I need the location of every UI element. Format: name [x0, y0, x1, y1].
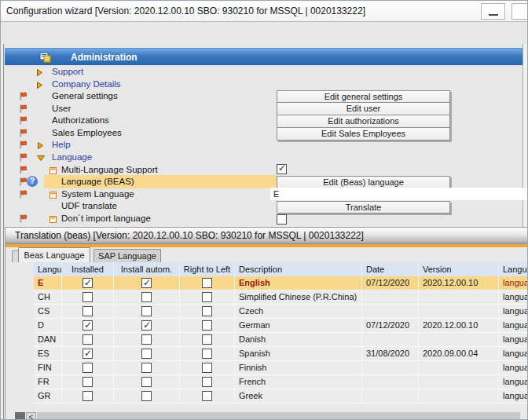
checkbox[interactable] [82, 292, 93, 302]
cell-right-to-left[interactable] [180, 347, 235, 360]
cell-installed[interactable]: ✓ [62, 319, 114, 332]
cell-install-autom[interactable] [114, 361, 180, 374]
cell-right-to-left[interactable] [180, 319, 235, 332]
column-header-version[interactable]: Version [419, 262, 499, 276]
edit-user-button[interactable]: Edit user [277, 103, 450, 115]
cell-install-autom[interactable]: ✓ [114, 276, 180, 290]
tree-item-label: Don´t import language [61, 214, 151, 223]
checkbox[interactable] [141, 306, 152, 316]
cell-installed[interactable] [62, 333, 114, 346]
table-row-fr[interactable]: FRFrenchlanguage [34, 375, 528, 389]
cell-installed[interactable]: ✓ [62, 347, 114, 360]
checkbox[interactable] [82, 334, 93, 345]
checkbox[interactable] [141, 349, 152, 359]
tab-beas-language[interactable]: Beas Language [18, 247, 90, 262]
cell-right-to-left[interactable] [180, 333, 235, 346]
chevron-right-icon[interactable] [37, 141, 44, 151]
translate-button[interactable]: Translate [277, 201, 450, 214]
tree-item-company-details[interactable]: Company Details [5, 79, 522, 91]
checkbox[interactable] [82, 391, 93, 401]
column-header-description[interactable]: Description [235, 262, 362, 276]
chevron-right-icon[interactable] [36, 68, 43, 78]
cell-installed[interactable] [62, 305, 114, 318]
tree-item-support[interactable]: Support [5, 66, 522, 79]
table-row-e[interactable]: E✓✓English07/12/20202020.12.00.10languag… [34, 276, 528, 290]
column-header-right-to-left[interactable]: Right to Left [180, 262, 235, 276]
table-row-gr[interactable]: GRGreeklanguage [34, 389, 528, 404]
checkbox[interactable]: ✓ [141, 320, 152, 331]
checkbox[interactable] [202, 292, 212, 302]
table-row-es[interactable]: ES✓Spanish31/08/20202020.09.00.04languag… [34, 347, 528, 361]
scrollbar-corner[interactable] [15, 412, 25, 420]
table-row-d[interactable]: D✓✓German07/12/20202020.12.00.10language [34, 319, 528, 333]
checkbox[interactable] [141, 377, 152, 387]
cell-install-autom[interactable] [114, 290, 180, 304]
table-row-ch[interactable]: CHSimplified Chinese (P.R.China)language [34, 290, 528, 305]
multi-language-support-checkbox[interactable]: ✓ [277, 164, 287, 174]
edit-beas-language-button[interactable]: Edit (Beas) language [277, 176, 450, 188]
cell-installed[interactable] [62, 375, 114, 389]
tab-sap-language[interactable]: SAP Language [94, 249, 161, 262]
column-header-install-autom[interactable]: Install autom. [114, 262, 180, 276]
cell-right-to-left[interactable] [180, 361, 235, 374]
window-button-clipped[interactable] [512, 3, 528, 20]
system-language-input[interactable]: E [270, 188, 528, 200]
scroll-left-button[interactable]: < [26, 412, 36, 420]
minimize-button[interactable] [481, 3, 505, 20]
checkbox[interactable] [202, 377, 212, 387]
checkbox[interactable] [202, 391, 212, 401]
table-row-cs[interactable]: CSCzechlanguage [34, 305, 528, 319]
column-header-date[interactable]: Date [362, 262, 419, 276]
cell-installed[interactable] [62, 290, 114, 304]
tree-item-don-t-import-language[interactable]: Don´t import language [5, 213, 522, 225]
cell-right-to-left[interactable] [180, 375, 235, 389]
window-titlebar[interactable]: Configuration wizard [Version: 2020.12.0… [0, 0, 528, 22]
edit-authorizations-button[interactable]: Edit authorizations [277, 115, 450, 128]
cell-install-autom[interactable] [114, 347, 180, 360]
cell-install-autom[interactable] [114, 375, 180, 389]
cell-installed[interactable] [62, 389, 114, 403]
cell-install-autom[interactable] [114, 305, 180, 318]
tree-item-help[interactable]: Help [5, 139, 522, 152]
checkbox[interactable] [202, 320, 212, 331]
cell-installed[interactable] [62, 361, 114, 374]
checkbox[interactable]: ✓ [82, 278, 93, 288]
checkbox[interactable] [82, 363, 93, 373]
cell-right-to-left[interactable] [180, 276, 235, 290]
column-header-installed[interactable]: Installed [62, 262, 114, 276]
minimize-icon [489, 14, 498, 16]
checkbox[interactable] [141, 334, 152, 345]
cell-install-autom[interactable] [114, 389, 180, 403]
checkbox[interactable] [202, 278, 212, 288]
checkbox[interactable] [202, 349, 212, 359]
cell-right-to-left[interactable] [180, 389, 235, 403]
checkbox[interactable] [202, 334, 212, 345]
checkbox[interactable]: ✓ [141, 278, 152, 288]
table-row-fin[interactable]: FINFinnishlanguage [34, 361, 528, 375]
checkbox[interactable] [141, 292, 152, 302]
checkbox[interactable] [202, 363, 212, 373]
column-header-language[interactable]: Language [34, 262, 62, 276]
cell-installed[interactable]: ✓ [62, 276, 114, 290]
edit-general-settings-button[interactable]: Edit general settings [277, 90, 450, 103]
checkbox[interactable]: ✓ [82, 349, 93, 359]
checkbox[interactable] [141, 391, 152, 401]
chevron-down-icon[interactable] [37, 154, 45, 163]
checkbox[interactable] [202, 306, 212, 316]
checkbox[interactable]: ✓ [82, 320, 93, 331]
checkbox[interactable] [141, 363, 152, 373]
horizontal-scrollbar[interactable] [37, 412, 520, 420]
tree-item-language[interactable]: Language [5, 152, 522, 164]
checkbox[interactable] [82, 306, 93, 316]
cell-install-autom[interactable]: ✓ [114, 319, 180, 332]
edit-sales-employees-button[interactable]: Edit Sales Employees [277, 128, 450, 141]
tree-root-administration[interactable]: Administration [5, 48, 522, 65]
dont-import-language-checkbox[interactable] [277, 214, 287, 225]
cell-install-autom[interactable] [114, 333, 180, 346]
cell-right-to-left[interactable] [180, 290, 235, 304]
chevron-right-icon[interactable] [36, 81, 43, 90]
cell-right-to-left[interactable] [180, 305, 235, 318]
column-header-language[interactable]: Language [499, 262, 528, 276]
table-row-dan[interactable]: DANDanishlanguage [34, 333, 528, 347]
checkbox[interactable] [82, 377, 93, 387]
